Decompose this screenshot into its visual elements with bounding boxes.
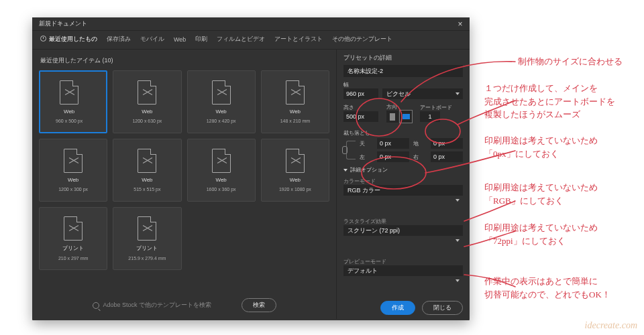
card-label: Web <box>64 109 74 115</box>
bleed-right-label: 右 <box>413 153 427 161</box>
search-icon <box>93 302 99 309</box>
search-placeholder: Adobe Stock で他のテンプレートを検索 <box>103 301 212 310</box>
tab-film[interactable]: フィルムとビデオ <box>217 35 265 44</box>
document-icon <box>138 216 156 241</box>
card-label: Web <box>68 177 78 183</box>
bleed-bottom-input[interactable] <box>431 138 463 149</box>
preset-name-input[interactable] <box>343 65 463 77</box>
tab-saved[interactable]: 保存済み <box>107 35 131 44</box>
bleed-bottom-label: 地 <box>413 140 427 147</box>
card-label: Web <box>142 109 152 115</box>
new-document-dialog: 新規ドキュメント × 最近使用したもの 保存済み モバイル Web 印刷 フィル… <box>32 17 470 320</box>
height-input[interactable] <box>343 111 378 122</box>
card-dimensions: 215.9 x 279.4 mm <box>128 256 166 261</box>
orientation-label: 方向 <box>386 103 412 111</box>
watermark: idecreate.com <box>585 320 637 331</box>
bleed-label: 裁ち落とし <box>343 129 463 137</box>
artboard-label: アートボード <box>420 104 452 111</box>
height-label: 高さ <box>343 104 378 111</box>
titlebar: 新規ドキュメント × <box>32 17 470 31</box>
document-icon <box>212 80 231 105</box>
document-icon <box>64 149 83 173</box>
landscape-icon <box>402 114 410 119</box>
preset-card[interactable]: Web960 x 500 px <box>39 70 107 133</box>
card-dimensions: 1920 x 1080 px <box>279 187 311 192</box>
document-icon <box>286 149 305 173</box>
colormode-select[interactable]: RGB カラー <box>343 185 463 196</box>
bleed-top-label: 天 <box>360 140 373 147</box>
width-label: 幅 <box>343 81 463 88</box>
document-icon <box>212 149 231 173</box>
annotation-preview: 作業中の表示はあとで簡単に 切替可能なので、どれでもOK！ <box>484 275 610 301</box>
card-label: Web <box>215 177 226 183</box>
preset-card[interactable]: Web1200 x 630 px <box>113 70 181 133</box>
cancel-button[interactable]: 閉じる <box>422 301 463 315</box>
document-icon <box>64 216 83 241</box>
document-icon <box>138 149 156 173</box>
search-button[interactable]: 検索 <box>241 298 276 312</box>
tab-recent[interactable]: 最近使用したもの <box>40 35 97 44</box>
card-label: Web <box>215 109 226 115</box>
orientation-landscape[interactable] <box>400 111 412 123</box>
preset-card[interactable]: Web148 x 210 mm <box>261 70 329 133</box>
create-button[interactable]: 作成 <box>380 301 415 315</box>
orientation-portrait[interactable] <box>386 111 398 123</box>
card-dimensions: 1280 x 420 px <box>207 119 236 123</box>
bleed-left-input[interactable] <box>377 151 409 162</box>
tab-print[interactable]: 印刷 <box>195 35 207 44</box>
preset-card[interactable]: Web515 x 515 px <box>113 139 181 202</box>
tab-web[interactable]: Web <box>174 36 186 43</box>
recent-heading: 最近使用したアイテム (10) <box>40 56 329 65</box>
tab-other[interactable]: その他のテンプレート <box>332 35 392 44</box>
advanced-toggle[interactable]: 詳細オプション <box>343 166 463 174</box>
annotation-size: 制作物のサイズに合わせる <box>518 55 623 68</box>
card-dimensions: 1600 x 360 px <box>207 187 236 192</box>
colormode-label: カラーモード <box>343 178 463 185</box>
close-icon[interactable]: × <box>455 19 466 29</box>
artboard-count[interactable] <box>420 111 440 122</box>
stock-search[interactable]: Adobe Stock で他のテンプレートを検索 <box>93 301 233 310</box>
preset-gallery: 最近使用したアイテム (10) Web960 x 500 pxWeb1200 x… <box>32 50 337 319</box>
bleed-top-input[interactable] <box>377 138 409 149</box>
preset-card[interactable]: プリント215.9 x 279.4 mm <box>113 207 181 270</box>
preset-card[interactable]: Web1600 x 360 px <box>187 139 256 202</box>
document-icon <box>286 80 305 105</box>
annotation-rgb: 印刷用途は考えていないため 「RGB」にしておく <box>484 181 598 207</box>
tab-art[interactable]: アートとイラスト <box>274 35 323 44</box>
width-input[interactable] <box>343 88 378 99</box>
dialog-title: 新規ドキュメント <box>39 19 87 28</box>
card-dimensions: 148 x 210 mm <box>280 119 310 123</box>
preset-details-panel: プリセットの詳細 幅 ピクセル 高さ 方向 <box>337 50 470 319</box>
card-dimensions: 515 x 515 px <box>133 187 160 192</box>
clock-icon <box>40 36 46 42</box>
tab-mobile[interactable]: モバイル <box>140 35 164 44</box>
card-dimensions: 1200 x 300 px <box>58 187 88 192</box>
bleed-right-input[interactable] <box>431 151 463 162</box>
card-dimensions: 1200 x 630 px <box>132 119 162 123</box>
card-dimensions: 210 x 297 mm <box>58 256 88 261</box>
raster-label: ラスタライズ効果 <box>343 218 463 225</box>
document-icon <box>60 80 78 105</box>
preset-card[interactable]: プリント210 x 297 mm <box>39 207 107 270</box>
annotation-bleed: 印刷用途は考えていないため 「0px」にしておく <box>484 134 598 160</box>
units-select[interactable]: ピクセル <box>382 88 463 99</box>
preview-select[interactable]: デフォルト <box>343 265 463 276</box>
card-label: Web <box>290 109 301 115</box>
category-tabs: 最近使用したもの 保存済み モバイル Web 印刷 フィルムとビデオ アートとイ… <box>32 31 470 50</box>
card-label: Web <box>290 177 301 183</box>
annotation-artboard: １つだけ作成して、メインを 完成させたあとにアートボードを 複製したほうがスムー… <box>484 82 615 121</box>
link-bleed-icon[interactable] <box>346 141 356 159</box>
document-icon <box>138 80 156 105</box>
preset-card[interactable]: Web1200 x 300 px <box>39 139 107 202</box>
annotation-ppi: 印刷用途は考えていないため 「72ppi」にしておく <box>484 221 598 247</box>
card-label: Web <box>142 177 152 183</box>
card-label: プリント <box>136 245 158 252</box>
raster-select[interactable]: スクリーン (72 ppi) <box>343 225 463 236</box>
card-dimensions: 644 x 335 px <box>56 119 83 123</box>
bleed-left-label: 左 <box>360 153 373 161</box>
panel-heading: プリセットの詳細 <box>343 54 463 62</box>
portrait-icon <box>390 113 395 121</box>
preset-card[interactable]: Web1280 x 420 px <box>187 70 256 133</box>
card-label: プリント <box>62 245 84 252</box>
preset-card[interactable]: Web1920 x 1080 px <box>261 139 329 202</box>
